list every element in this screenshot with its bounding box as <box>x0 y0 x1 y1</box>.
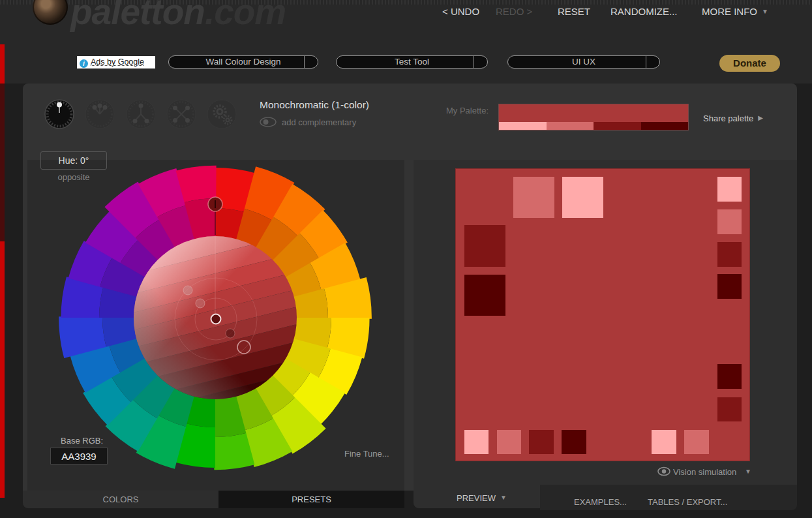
tab-colors[interactable]: COLORS <box>23 491 218 508</box>
fine-tune-link[interactable]: Fine Tune... <box>344 449 389 459</box>
tab-presets[interactable]: PRESETS <box>218 491 404 508</box>
shade-marker-medium[interactable] <box>196 299 205 308</box>
add-complementary-toggle[interactable] <box>260 117 277 127</box>
hue-marker[interactable] <box>208 197 222 211</box>
base-rgb-input[interactable] <box>50 448 108 465</box>
scheme-type-freestyle[interactable] <box>207 99 237 129</box>
undo-button[interactable]: < UNDO <box>442 6 479 17</box>
tab-examples[interactable]: EXAMPLES... <box>574 497 627 507</box>
preview-swatch-darkest <box>464 275 505 316</box>
scheme-title: Monochromatic (1-color) <box>260 99 369 111</box>
preview-swatch-medium <box>684 430 709 454</box>
eye-icon <box>657 466 670 476</box>
palette-shade-dark[interactable] <box>594 122 641 130</box>
palette-shade-light[interactable] <box>499 122 547 130</box>
my-palette-label: My Palette: <box>446 106 489 115</box>
ui-ux-button[interactable]: UI UX <box>507 55 660 69</box>
left-red-edge-dark-segment <box>0 84 5 241</box>
adjacent-colors-icon <box>85 99 115 129</box>
preview-swatch-darkest <box>717 364 742 389</box>
more-info-menu[interactable]: MORE INFO▼ <box>702 6 768 17</box>
preview-swatch-light <box>717 177 742 202</box>
paletton-app: paletton.com < UNDO REDO > RESET RANDOMI… <box>0 0 812 518</box>
gears-icon <box>207 99 237 129</box>
color-wheel[interactable] <box>59 161 372 474</box>
palette-base-swatch[interactable] <box>499 104 688 122</box>
chevron-down-icon: ▼ <box>762 8 768 15</box>
tab-tables-export[interactable]: TABLES / EXPORT... <box>648 497 727 507</box>
scheme-type-monochromatic[interactable] <box>44 99 74 129</box>
randomize-button[interactable]: RANDOMIZE... <box>610 6 678 17</box>
preview-swatch-medium <box>717 209 742 234</box>
preview-swatch-medium <box>497 430 521 454</box>
chevron-down-icon: ▼ <box>500 494 507 501</box>
preview-swatch-light <box>652 430 676 454</box>
shade-marker-dark[interactable] <box>226 329 235 338</box>
chevron-down-icon: ▼ <box>745 468 751 475</box>
redo-button[interactable]: REDO > <box>496 6 532 17</box>
ads-label: Ads by Google <box>91 57 144 67</box>
my-palette-strip[interactable] <box>499 104 688 130</box>
info-icon: i <box>80 59 88 68</box>
palette-shade-darkest[interactable] <box>641 122 689 130</box>
scheme-type-tetrad[interactable] <box>166 99 196 129</box>
donate-button[interactable]: Donate <box>719 55 780 72</box>
preview-swatch-darkest <box>562 430 586 454</box>
palette-shade-medium[interactable] <box>547 122 594 130</box>
chevron-right-icon: ▶ <box>758 114 763 121</box>
shade-marker-base[interactable] <box>211 314 221 324</box>
logo-text: paletton.com <box>70 0 286 35</box>
ads-by-google-button[interactable]: iAds by Google <box>77 56 155 69</box>
shade-marker-light[interactable] <box>183 286 192 295</box>
monochromatic-icon <box>44 99 74 129</box>
logo-tld: .com <box>205 0 286 32</box>
reset-button[interactable]: RESET <box>558 6 590 17</box>
right-tab-strip: EXAMPLES... TABLES / EXPORT... <box>540 485 797 510</box>
tetrad-icon <box>166 99 196 129</box>
preview-swatch-dark <box>717 242 742 267</box>
share-palette-link[interactable]: Share palette▶ <box>703 114 763 123</box>
vision-simulation-toggle[interactable] <box>657 466 670 478</box>
tab-preview[interactable]: PREVIEW▼ <box>457 493 507 503</box>
preview-canvas <box>455 168 750 461</box>
preview-swatch-darkest <box>717 274 742 299</box>
add-complementary-label[interactable]: add complementary <box>282 117 356 127</box>
scheme-type-triad[interactable] <box>126 99 156 129</box>
preview-swatch-light <box>464 430 489 454</box>
scheme-type-adjacent[interactable] <box>85 99 115 129</box>
preview-swatch-light <box>562 177 603 218</box>
wall-colour-design-button[interactable]: Wall Colour Design <box>168 55 318 69</box>
toggle-eye-icon <box>260 117 277 127</box>
preview-swatch-dark <box>464 225 505 267</box>
vision-simulation-label[interactable]: Vision simulation <box>673 467 736 477</box>
preview-swatch-medium <box>513 177 554 218</box>
logo-name: paletton <box>70 0 205 32</box>
preview-swatch-dark <box>717 397 742 421</box>
triad-icon <box>126 99 156 129</box>
test-tool-button[interactable]: Test Tool <box>336 55 488 69</box>
base-rgb-label: Base RGB: <box>61 436 103 446</box>
preview-swatch-dark <box>529 430 554 454</box>
